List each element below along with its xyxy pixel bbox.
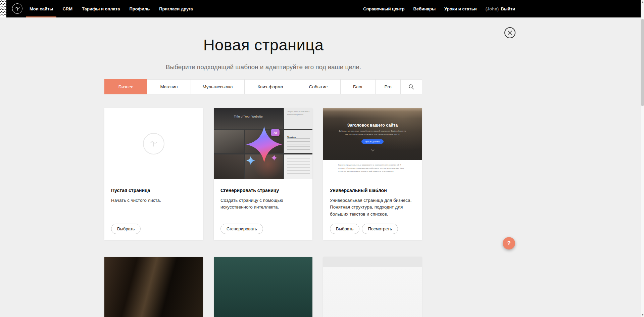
template-card-universal: Заголовок вашего сайта Добавьте интересн… (323, 108, 422, 240)
tab-event[interactable]: Событие (296, 79, 341, 94)
tilda-tilde-icon (14, 5, 21, 12)
preview-cta-button: Призыв к действию (361, 139, 384, 144)
main-nav: Мои сайты CRM Тарифы и оплата Профиль Пр… (30, 0, 193, 17)
ai-template-preview: Title of Your Website Get your house in … (214, 108, 312, 179)
template-preview-image (214, 257, 312, 317)
chevron-down-icon (371, 148, 374, 151)
tab-label: Блог (353, 84, 363, 89)
tab-business[interactable]: Бизнес (104, 79, 147, 94)
tab-label: Pro (384, 84, 391, 89)
preview-hero-section: Заголовок вашего сайта Добавьте интересн… (323, 108, 422, 160)
tilda-watermark-icon (143, 133, 164, 154)
zigzag-decoration (0, 0, 6, 17)
tab-label: Квиз-форма (257, 84, 283, 89)
tab-blog[interactable]: Блог (340, 79, 376, 94)
secondary-nav: Справочный центр Вебинары Уроки и статьи… (363, 0, 515, 17)
select-button[interactable]: Выбрать (111, 224, 141, 234)
template-preview-image (104, 257, 203, 317)
logout-label: Выйти (501, 6, 515, 11)
user-menu: (John) Выйти (485, 6, 515, 11)
universal-template-preview: Заголовок вашего сайта Добавьте интересн… (323, 108, 422, 179)
nav-label: Справочный центр (363, 6, 404, 11)
template-card-partial-1[interactable] (104, 257, 203, 317)
nav-item-profile[interactable]: Профиль (129, 0, 150, 17)
template-preview-image (323, 257, 422, 317)
card-description: Создать страницу с помощью искусственног… (220, 197, 306, 211)
scrollbar-thumb[interactable] (641, 19, 644, 106)
close-button[interactable] (504, 27, 515, 38)
template-grid-row2 (104, 257, 422, 317)
blank-page-preview (104, 108, 203, 179)
template-card-partial-2[interactable] (214, 257, 312, 317)
card-title: Сгенерировать страницу (220, 188, 306, 193)
nav-item-my-sites[interactable]: Мои сайты (30, 0, 53, 17)
card-title: Пустая страница (111, 188, 196, 193)
nav-label: CRM (62, 6, 72, 11)
page-title: Новая страница (0, 36, 527, 54)
tab-multilink[interactable]: Мультиссылка (191, 79, 245, 94)
template-card-blank: Пустая страница Начать с чистого листа. … (104, 108, 203, 240)
help-button[interactable]: ? (503, 237, 515, 250)
nav-label: Мои сайты (30, 6, 53, 11)
preview-cta-label: Призыв к действию (365, 141, 380, 143)
nav-label: Тарифы и оплата (82, 6, 120, 11)
template-card-partial-3[interactable] (323, 257, 422, 317)
tab-label: Магазин (160, 84, 178, 89)
preview-text-section: Коротко представьтесь и расскажите о ком… (323, 164, 422, 179)
page-subtitle: Выберите подходящий шаблон и адаптируйте… (0, 63, 527, 71)
template-grid: Пустая страница Начать с чистого листа. … (104, 108, 422, 240)
tilda-logo[interactable] (12, 3, 22, 14)
tab-label: Бизнес (118, 84, 133, 89)
nav-label: Пригласи друга (159, 6, 193, 11)
tab-quiz-form[interactable]: Квиз-форма (244, 79, 296, 94)
tab-label: Мультиссылка (202, 84, 233, 89)
scroll-up-arrow-icon[interactable] (642, 1, 644, 3)
search-icon (408, 84, 414, 90)
top-navbar: Мои сайты CRM Тарифы и оплата Профиль Пр… (0, 0, 644, 17)
scrollbar[interactable] (641, 0, 644, 317)
template-card-ai: Title of Your Website Get your house in … (214, 108, 312, 240)
preview-heading: Заголовок вашего сайта (323, 108, 422, 128)
nav-item-lessons[interactable]: Уроки и статьи (444, 6, 477, 11)
close-icon (508, 31, 512, 35)
logout-button[interactable]: Выйти (501, 6, 515, 11)
preview-subtext: Добавьте интересные подробности о вашей … (338, 130, 407, 136)
select-button[interactable]: Выбрать (330, 224, 359, 234)
nav-item-crm[interactable]: CRM (62, 0, 72, 17)
user-name: (John) (485, 6, 499, 11)
card-description: Начать с чистого листа. (111, 197, 196, 204)
tab-label: Событие (309, 84, 328, 89)
tab-pro[interactable]: Pro (375, 79, 401, 94)
nav-item-tariffs[interactable]: Тарифы и оплата (82, 0, 120, 17)
nav-item-invite-friend[interactable]: Пригласи друга (159, 0, 193, 17)
ai-sparkle-icon (214, 108, 312, 179)
nav-item-webinars[interactable]: Вебинары (413, 6, 436, 11)
card-description: Универсальная страница для бизнеса. Поня… (330, 197, 415, 218)
tab-search[interactable] (400, 79, 422, 94)
nav-label: Профиль (129, 6, 150, 11)
card-title: Универсальный шаблон (330, 188, 415, 193)
tab-store[interactable]: Магазин (147, 79, 191, 94)
nav-item-help-center[interactable]: Справочный центр (363, 6, 404, 11)
generate-button[interactable]: Сгенерировать (220, 224, 263, 234)
scroll-down-arrow-icon[interactable] (642, 314, 644, 316)
nav-label: Уроки и статьи (444, 6, 477, 11)
template-category-tabs: Бизнес Магазин Мультиссылка Квиз-форма С… (104, 79, 422, 94)
ai-badge: AI (271, 129, 280, 136)
nav-label: Вебинары (413, 6, 436, 11)
preview-button[interactable]: Посмотреть (362, 224, 398, 234)
preview-body-text: Коротко представьтесь и расскажите о ком… (338, 164, 407, 173)
